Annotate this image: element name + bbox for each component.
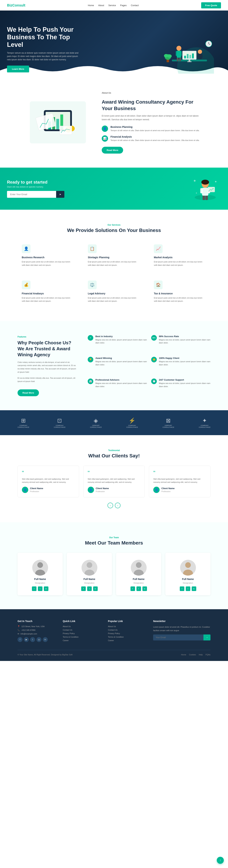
logo[interactable]: BizConsult — [7, 3, 25, 7]
why-icon-4: 👔 — [88, 378, 93, 384]
footer-popular-item-2[interactable]: Privacy Policy — [108, 632, 146, 634]
nav-contact[interactable]: Contact — [131, 4, 139, 7]
facebook-icon-2[interactable]: f — [131, 586, 135, 591]
why-read-more-button[interactable]: Read More — [18, 390, 39, 396]
hero-title: We Help To Push Your Business To The Top… — [7, 26, 81, 49]
newsletter-submit-button[interactable]: → — [203, 634, 210, 641]
svg-rect-41 — [200, 188, 203, 193]
logo-icon-5: ✦ — [199, 417, 210, 424]
twitter-icon-3[interactable]: t — [186, 586, 190, 591]
footer-bottom-links: Home Cookies Help FQAs — [181, 654, 210, 656]
footer-bottom: © Your Site Name, All Right Reserved. De… — [18, 650, 210, 656]
nav-about[interactable]: About — [98, 4, 104, 7]
testimonial-text-1: Stet clita kasd gubergren, stet sed sadi… — [88, 477, 141, 484]
about-content: About Us Award Wining Consultancy Agency… — [102, 91, 203, 154]
linkedin-icon-3[interactable]: in — [192, 586, 196, 591]
svg-rect-43 — [203, 196, 205, 200]
hero-cta-button[interactable]: Learn More — [7, 66, 29, 72]
linkedin-icon-1[interactable]: in — [93, 586, 98, 591]
footer-bottom-faqs[interactable]: FQAs — [205, 654, 210, 656]
why-item-title-3: 100% Happy Client — [159, 357, 210, 360]
linkedin-icon-0[interactable]: in — [44, 586, 49, 591]
cta-email-input[interactable] — [7, 191, 56, 198]
about-description: Et lorem justo amet due et elit dolori. … — [102, 114, 203, 121]
client-details-0: Client Name Profession — [30, 487, 43, 493]
svg-rect-9 — [187, 61, 192, 62]
footer-bottom-help[interactable]: Help — [199, 654, 203, 656]
testimonial-prev-button[interactable]: ‹ — [108, 503, 113, 508]
service-title-4: Legal Advisory — [88, 292, 140, 295]
footer-quick-item-0[interactable]: About Us — [63, 625, 101, 627]
about-section: $ About Us Award Wining Consultancy Agen… — [18, 77, 210, 167]
client-avatar-0: 👤 — [22, 487, 28, 493]
testimonial-card-1: " Stet clita kasd gubergren, stet sed sa… — [83, 466, 145, 497]
cta-illustration — [191, 177, 219, 200]
testimonial-text-2: Stet clita kasd gubergren, stet sed sadi… — [153, 477, 206, 484]
team-social-0: f t in — [22, 586, 58, 591]
twitter-icon-0[interactable]: t — [38, 586, 42, 591]
team-member-photo-0 — [32, 560, 48, 576]
svg-rect-37 — [60, 126, 72, 135]
service-title-0: Business Research — [22, 256, 74, 259]
testimonials-section: Testimonial What Our Clients Say! " Stet… — [0, 435, 228, 522]
twitter-icon-1[interactable]: t — [87, 586, 92, 591]
footer-quick-item-4[interactable]: Career — [63, 640, 101, 642]
footer-facebook-icon[interactable]: f — [18, 637, 23, 642]
footer-address: 📍 123 Street, New York, USA — [18, 625, 56, 628]
about-title: Award Wining Consultancy Agency For Your… — [102, 99, 203, 112]
footer-linkedin-icon[interactable]: in — [43, 637, 48, 642]
footer-quick-item-1[interactable]: Contact Us — [63, 629, 101, 631]
footer-quick-item-3[interactable]: Terms & Condition — [63, 636, 101, 638]
svg-rect-31 — [56, 119, 59, 129]
why-text-4: Professional Advisors Magna sea eos sit … — [95, 378, 147, 388]
nav-pages[interactable]: Pages — [120, 4, 126, 7]
logo-3: ⚡ COMPANY CONSULTANCE — [126, 417, 138, 428]
why-item-title-2: Award Winning — [95, 357, 147, 360]
footer-popular-item-0[interactable]: About Us — [108, 625, 146, 627]
footer-bottom-home[interactable]: Home — [181, 654, 186, 656]
facebook-icon-3[interactable]: f — [180, 586, 184, 591]
client-details-1: Client Name Profession — [96, 487, 109, 493]
service-title-5: Tax & Insurance — [154, 292, 206, 295]
why-icon-0: ✓ — [88, 335, 93, 341]
footer-quick-item-2[interactable]: Privacy Policy — [63, 632, 101, 634]
testimonial-nav: ‹ › — [7, 503, 221, 508]
footer-popular-item-3[interactable]: Terms & Condition — [108, 636, 146, 638]
testimonial-next-button[interactable]: › — [115, 503, 120, 508]
service-icon-2: 📈 — [154, 244, 163, 253]
footer-popular-item-4[interactable]: Career — [108, 640, 146, 642]
footer-instagram-icon[interactable]: ◎ — [36, 637, 41, 642]
svg-point-16 — [198, 50, 202, 54]
nav-home[interactable]: Home — [88, 4, 94, 7]
footer-twitter-icon[interactable]: t — [30, 637, 35, 642]
svg-point-45 — [201, 180, 209, 185]
testimonial-card-2: " Stet clita kasd gubergren, stet sed sa… — [149, 466, 210, 497]
footer-popular-item-1[interactable]: Contact Us — [108, 629, 146, 631]
about-read-more-button[interactable]: Read More — [102, 147, 123, 154]
nav-cta-button[interactable]: Free Quote — [201, 2, 221, 8]
feature-business-desc: Tempor sit elit velum et ulta. Diam dolo… — [111, 129, 199, 132]
linkedin-icon-2[interactable]: in — [142, 586, 147, 591]
nav-service[interactable]: Service — [108, 4, 116, 7]
cta-submit-button[interactable]: ➤ — [56, 191, 64, 198]
why-item-desc-1: Magna sea eos sit dolor, ipsum amet ipsu… — [159, 338, 210, 344]
client-info-0: 👤 Client Name Profession — [22, 487, 75, 493]
footer-bottom-cookies[interactable]: Cookies — [189, 654, 196, 656]
svg-rect-5 — [187, 54, 189, 58]
logo-label-5: COMPANY CONSULTANCE — [199, 425, 210, 428]
financial-analysis-icon: 📊 — [102, 135, 108, 142]
logo-label-0: COMPANY CONSULTANCE — [18, 425, 29, 428]
logo-icon-2: ◈ — [90, 417, 102, 424]
newsletter-email-input[interactable] — [153, 634, 203, 641]
twitter-icon-2[interactable]: t — [137, 586, 141, 591]
footer-youtube-icon[interactable]: ▶ — [24, 637, 29, 642]
feature-financial-desc: Tempor sit elit velum et ulta. Diam dolo… — [111, 139, 199, 142]
team-member-photo-3 — [180, 560, 196, 576]
why-item-2: 🏆 Award Winning Magna sea eos sit dolor,… — [88, 357, 147, 374]
footer-phone-text: +012 345 67890 — [21, 629, 35, 631]
facebook-icon-1[interactable]: f — [81, 586, 86, 591]
service-card-0: 👤 Business Research Erat ipsum justo ame… — [18, 240, 78, 271]
svg-point-57 — [136, 562, 142, 568]
chart-illustration: $ — [30, 101, 86, 144]
facebook-icon-0[interactable]: f — [32, 586, 36, 591]
